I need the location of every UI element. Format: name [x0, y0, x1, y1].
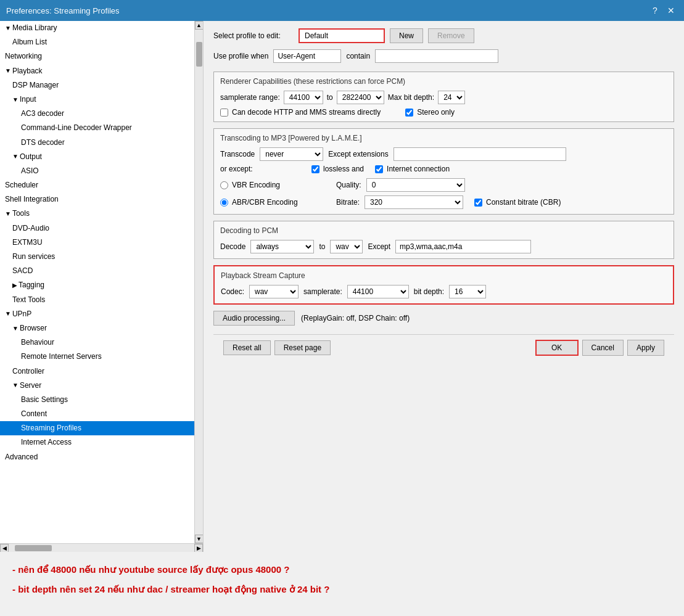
- scroll-up-btn[interactable]: ▲: [195, 21, 204, 30]
- scroll-thumb[interactable]: [196, 42, 202, 67]
- sidebar-item-media-library[interactable]: ▼ Media Library: [0, 21, 194, 35]
- playback-stream-capture-section: Playback Stream Capture Codec: wavflacmp…: [213, 265, 674, 305]
- help-button[interactable]: ?: [648, 4, 662, 17]
- decoding-section: Decoding to PCM Decode alwaysneverwhen n…: [213, 221, 674, 259]
- sidebar-item-browser[interactable]: ▼ Browser: [0, 321, 194, 335]
- sidebar-item-sacd[interactable]: SACD: [0, 264, 194, 278]
- quality-select[interactable]: 01: [366, 178, 465, 192]
- sidebar-item-advanced[interactable]: Advanced: [0, 450, 194, 464]
- transcoding-title: Transcoding to MP3 [Powered by L.A.M.E.]: [220, 134, 667, 142]
- sidebar-item-asio[interactable]: ASIO: [0, 164, 194, 178]
- max-bit-depth-select[interactable]: 241632: [438, 91, 465, 104]
- hscroll-left-btn[interactable]: ◀: [0, 544, 9, 552]
- sidebar-item-cmdline-decoder[interactable]: Command-Line Decoder Wrapper: [0, 121, 194, 135]
- sidebar-arrow-browser: ▼: [12, 324, 19, 334]
- sidebar-item-shell-integration[interactable]: Shell Integration: [0, 192, 194, 207]
- decode-format-select[interactable]: wavpcm: [330, 240, 363, 253]
- codec-select[interactable]: wavflacmp3: [249, 285, 299, 298]
- vbr-radio[interactable]: [220, 181, 228, 189]
- sidebar-arrow-input: ▼: [12, 95, 19, 105]
- sidebar-item-text-tools[interactable]: Text Tools: [0, 293, 194, 307]
- lossless-row: lossless and: [311, 165, 364, 173]
- stereo-only-checkbox[interactable]: [405, 109, 413, 117]
- audio-processing-button[interactable]: Audio processing...: [213, 311, 295, 326]
- abr-radio[interactable]: [220, 199, 228, 207]
- sidebar-item-controller[interactable]: Controller: [0, 364, 194, 379]
- sidebar-arrow-tools: ▼: [5, 209, 11, 219]
- constant-checkbox[interactable]: [474, 199, 482, 207]
- decode-except-input[interactable]: [395, 240, 531, 253]
- sidebar-vscrollbar[interactable]: ▲ ▼: [194, 21, 203, 543]
- sidebar-label-basic-settings: Basic Settings: [21, 394, 68, 406]
- samplerate-to-select[interactable]: 2822400384000: [337, 91, 384, 104]
- transcoding-section: Transcoding to MP3 [Powered by L.A.M.E.]…: [213, 128, 674, 215]
- bit-depth-select[interactable]: 162432: [449, 285, 486, 298]
- can-decode-checkbox[interactable]: [220, 109, 228, 117]
- reset-all-button[interactable]: Reset all: [223, 340, 271, 355]
- ok-button[interactable]: OK: [535, 340, 579, 356]
- profile-select-wrapper: Default: [299, 28, 385, 43]
- main-content: ▼ Media LibraryAlbum ListNetworking▼ Pla…: [0, 21, 684, 552]
- sidebar-item-tools[interactable]: ▼ Tools: [0, 207, 194, 221]
- scroll-down-btn[interactable]: ▼: [195, 535, 204, 543]
- sidebar-label-shell-integration: Shell Integration: [5, 194, 59, 205]
- transcode-select[interactable]: neveralwayswhen needed: [260, 147, 323, 161]
- except-ext-input[interactable]: [394, 147, 566, 161]
- sidebar-item-extm3u[interactable]: EXTM3U: [0, 236, 194, 250]
- sidebar-item-upnp[interactable]: ▼ UPnP: [0, 307, 194, 321]
- sidebar-item-server[interactable]: ▼ Server: [0, 379, 194, 393]
- constant-label: Constant bitrate (CBR): [486, 198, 561, 207]
- sidebar-item-remote-internet-servers[interactable]: Remote Internet Servers: [0, 350, 194, 364]
- new-button[interactable]: New: [390, 28, 423, 43]
- apply-button[interactable]: Apply: [627, 340, 664, 356]
- internet-label: Internet connection: [387, 165, 450, 173]
- sidebar-label-internet-access: Internet Access: [21, 437, 72, 448]
- use-profile-label: Use profile when: [213, 52, 268, 60]
- sidebar-label-content: Content: [21, 408, 47, 420]
- samplerate-from-select[interactable]: 4410048000: [284, 91, 323, 104]
- sidebar-item-internet-access[interactable]: Internet Access: [0, 435, 194, 450]
- lossless-label: lossless and: [323, 165, 364, 173]
- annotation-line2: - bit depth nên set 24 nếu như dac / str…: [12, 584, 665, 595]
- capture-samplerate-select[interactable]: 44100480008820096000: [347, 285, 409, 298]
- sidebar-item-streaming-profiles[interactable]: Streaming Profiles: [0, 421, 194, 435]
- sidebar-item-content[interactable]: Content: [0, 407, 194, 421]
- sidebar-hscrollbar[interactable]: ◀ ▶: [0, 543, 203, 552]
- hscroll-right-btn[interactable]: ▶: [194, 544, 203, 552]
- or-except-label: or except:: [220, 165, 307, 173]
- sidebar-label-browser: Browser: [20, 322, 47, 334]
- sidebar-item-networking[interactable]: Networking: [0, 49, 194, 64]
- sidebar-item-dvd-audio[interactable]: DVD-Audio: [0, 221, 194, 236]
- sidebar-item-album-list[interactable]: Album List: [0, 35, 194, 49]
- close-button[interactable]: ✕: [664, 4, 678, 17]
- internet-checkbox[interactable]: [375, 165, 383, 173]
- sidebar-item-tagging[interactable]: ▶ Tagging: [0, 278, 194, 292]
- right-panel: Select profile to edit: Default New Remo…: [204, 21, 684, 552]
- remove-button[interactable]: Remove: [428, 28, 474, 43]
- profile-select[interactable]: Default: [299, 28, 385, 43]
- lossless-checkbox[interactable]: [311, 165, 319, 173]
- reset-page-button[interactable]: Reset page: [274, 340, 331, 355]
- hscroll-thumb[interactable]: [15, 545, 52, 551]
- sidebar-item-playback[interactable]: ▼ Playback: [0, 64, 194, 78]
- sidebar-item-behaviour[interactable]: Behaviour: [0, 335, 194, 350]
- capture-row: Codec: wavflacmp3 samplerate: 4410048000…: [221, 285, 667, 298]
- sidebar-label-run-services: Run services: [12, 251, 55, 263]
- bitrate-select[interactable]: 320128192256: [365, 195, 463, 209]
- cancel-button[interactable]: Cancel: [582, 340, 624, 356]
- can-decode-row: Can decode HTTP and MMS streams directly: [220, 108, 381, 117]
- contain-input[interactable]: [375, 49, 498, 63]
- sidebar-item-output[interactable]: ▼ Output: [0, 150, 194, 164]
- sidebar-item-ac3-decoder[interactable]: AC3 decoder: [0, 107, 194, 121]
- user-agent-input[interactable]: [273, 49, 341, 63]
- sidebar-item-scheduler[interactable]: Scheduler: [0, 178, 194, 192]
- quality-label: Quality:: [336, 181, 361, 189]
- sidebar-item-input[interactable]: ▼ Input: [0, 92, 194, 107]
- sidebar-item-basic-settings[interactable]: Basic Settings: [0, 393, 194, 407]
- sidebar-item-dts-decoder[interactable]: DTS decoder: [0, 136, 194, 150]
- decode-select[interactable]: alwaysneverwhen needed: [250, 240, 314, 253]
- sidebar-item-dsp-manager[interactable]: DSP Manager: [0, 78, 194, 92]
- sidebar-item-run-services[interactable]: Run services: [0, 250, 194, 264]
- sidebar-label-streaming-profiles: Streaming Profiles: [21, 422, 81, 434]
- sidebar-label-text-tools: Text Tools: [12, 294, 45, 306]
